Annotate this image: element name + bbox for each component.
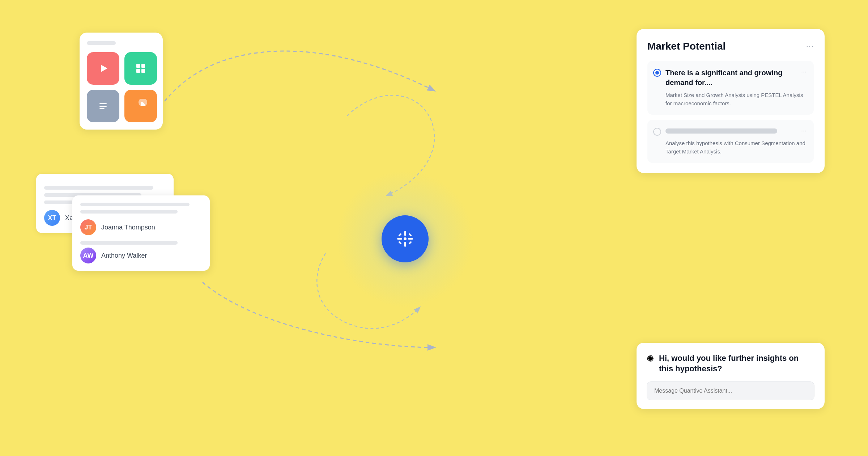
doc-icon	[96, 99, 110, 113]
svg-rect-13	[141, 69, 145, 73]
chat-question: ✺ Hi, would you like further insights on…	[647, 353, 814, 374]
svg-rect-5	[398, 233, 402, 237]
avatar-joanna: JT	[80, 219, 96, 235]
people-card-front: JT Joanna Thompson AW Anthony Walker	[72, 195, 210, 271]
svg-rect-15	[99, 106, 107, 107]
svg-rect-11	[141, 64, 145, 68]
person-row-anthony: AW Anthony Walker	[80, 248, 202, 263]
scene: XT Xavier Tu JT Joanna Thompson AW Antho…	[0, 0, 868, 456]
card-line	[80, 203, 190, 206]
market-more-button[interactable]: ···	[806, 42, 814, 51]
chat-card: ✺ Hi, would you like further insights on…	[637, 343, 825, 409]
chart-icon	[133, 99, 148, 113]
person-name-joanna: Joanna Thompson	[101, 224, 155, 231]
hypothesis-item-1[interactable]: There is a significant and growing deman…	[647, 61, 814, 115]
svg-rect-14	[99, 103, 107, 104]
card-line	[44, 186, 153, 190]
svg-rect-6	[408, 233, 412, 237]
svg-rect-12	[136, 69, 140, 73]
market-potential-card: Market Potential ··· There is a signific…	[637, 29, 825, 173]
chat-question-text: Hi, would you like further insights on t…	[659, 353, 814, 374]
svg-rect-7	[398, 241, 402, 245]
svg-rect-3	[397, 238, 402, 240]
avatar-xavier: XT	[44, 210, 60, 226]
sparkle-icon	[394, 228, 416, 250]
grid-icon	[133, 61, 148, 76]
hyp-dots-1[interactable]: ···	[801, 68, 807, 76]
person-row-joanna: JT Joanna Thompson	[80, 219, 202, 235]
hyp-body-2: Analyse this hypothesis with Consumer Se…	[653, 139, 807, 156]
hyp-title-bar-2	[665, 128, 777, 134]
svg-rect-2	[404, 242, 406, 247]
svg-rect-8	[408, 241, 412, 245]
market-card-header: Market Potential ···	[647, 41, 814, 52]
svg-rect-1	[404, 231, 406, 236]
svg-marker-9	[101, 65, 107, 72]
hyp-header-1: There is a significant and growing deman…	[653, 68, 807, 88]
ai-chat-icon: ✺	[647, 354, 654, 364]
hyp-header-2: ···	[653, 127, 807, 136]
app-icon-chart[interactable]	[124, 90, 157, 122]
svg-rect-4	[408, 238, 413, 240]
card-line	[80, 210, 178, 214]
app-icon-play[interactable]	[87, 52, 119, 85]
card-line	[80, 241, 178, 245]
radio-selected-1	[653, 69, 661, 77]
avatar-anthony: AW	[80, 248, 96, 263]
radio-empty-2	[653, 128, 661, 136]
hyp-title-1: There is a significant and growing deman…	[665, 68, 797, 88]
chat-input[interactable]	[647, 381, 814, 400]
svg-rect-10	[136, 64, 140, 68]
app-icon-grid[interactable]	[124, 52, 157, 85]
person-name-anthony: Anthony Walker	[101, 252, 147, 259]
app-icons-card	[80, 33, 163, 130]
svg-rect-16	[99, 108, 105, 109]
hyp-dots-2[interactable]: ···	[801, 127, 807, 135]
app-card-bar	[87, 41, 116, 45]
play-icon	[96, 61, 110, 76]
app-grid	[87, 52, 156, 122]
app-icon-doc[interactable]	[87, 90, 119, 122]
hypothesis-item-2[interactable]: ··· Analyse this hypothesis with Consume…	[647, 120, 814, 163]
hyp-body-1: Market Size and Growth Analysis using PE…	[653, 91, 807, 107]
center-button[interactable]	[382, 215, 429, 262]
market-title: Market Potential	[647, 41, 726, 52]
svg-point-0	[404, 237, 407, 240]
